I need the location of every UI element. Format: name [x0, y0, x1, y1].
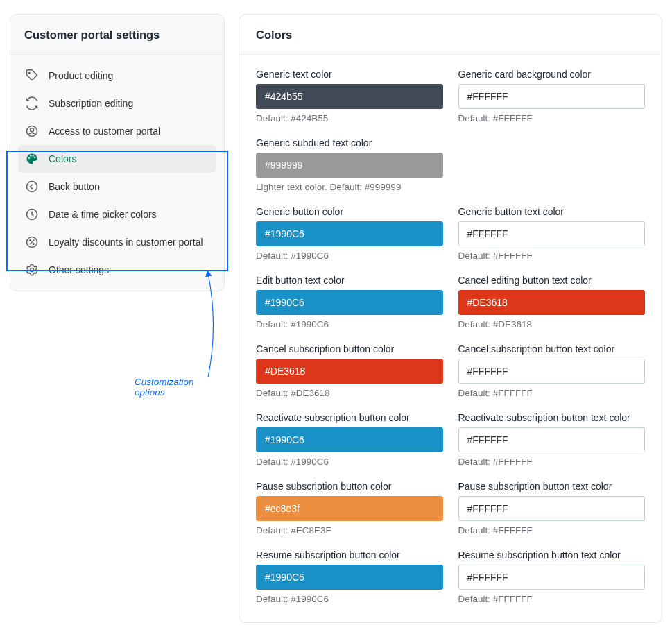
svg-point-2	[31, 128, 34, 132]
field-label: Cancel subscription button text color	[458, 343, 646, 355]
field-helper: Default: #1990C6	[256, 319, 443, 330]
field-label: Pause subscription button color	[256, 481, 443, 492]
field-helper: Default: #FFFFFF	[458, 525, 646, 536]
field-helper: Default: #FFFFFF	[458, 250, 646, 261]
field-helper: Default: #FFFFFF	[458, 113, 646, 123]
field-reactivate-sub-text: Reactivate subscription button text colo…	[458, 412, 646, 467]
sidebar-menu: Product editing Subscription editing Acc…	[10, 55, 224, 291]
sidebar-item-label: Back button	[49, 181, 100, 192]
sidebar: Customer portal settings Product editing…	[10, 14, 225, 291]
sidebar-item-colors[interactable]: Colors	[18, 145, 216, 173]
field-label: Reactivate subscription button color	[256, 412, 443, 423]
field-label: Generic button color	[256, 206, 443, 217]
tag-icon	[25, 69, 39, 83]
svg-point-7	[33, 244, 35, 245]
sidebar-item-label: Subscription editing	[49, 98, 133, 109]
svg-point-6	[30, 240, 31, 241]
field-generic-subdued: Generic subdued text color #999999 Light…	[256, 137, 443, 192]
field-label: Generic card background color	[458, 69, 646, 80]
sidebar-item-label: Product editing	[49, 70, 113, 81]
color-input[interactable]: #424b55	[256, 84, 443, 109]
field-label: Generic subdued text color	[256, 137, 443, 148]
field-helper: Default: #1990C6	[256, 250, 443, 261]
sidebar-item-label: Loyalty discounts in customer portal	[49, 237, 203, 248]
panel-body: Generic text color #424b55 Default: #424…	[239, 55, 662, 622]
field-label: Pause subscription button text color	[458, 481, 646, 492]
color-input[interactable]: #FFFFFF	[458, 427, 646, 452]
sidebar-item-back-button[interactable]: Back button	[18, 173, 216, 200]
sidebar-item-label: Access to customer portal	[49, 126, 160, 137]
annotation-label: Customization options	[135, 377, 224, 398]
field-label: Cancel editing button text color	[458, 275, 646, 286]
field-label: Cancel subscription button color	[256, 343, 443, 355]
field-helper: Default: #EC8E3F	[256, 525, 443, 536]
sidebar-item-other[interactable]: Other settings	[18, 256, 216, 284]
user-circle-icon	[25, 124, 39, 138]
color-input[interactable]: #ec8e3f	[256, 496, 443, 521]
sidebar-title: Customer portal settings	[10, 15, 224, 55]
field-cancel-sub-text: Cancel subscription button text color #F…	[458, 343, 646, 398]
palette-icon	[25, 152, 39, 166]
field-helper: Default: #FFFFFF	[458, 456, 646, 467]
color-input[interactable]: #FFFFFF	[458, 496, 646, 521]
colors-panel: Colors Generic text color #424b55 Defaul…	[239, 14, 662, 623]
field-generic-text: Generic text color #424b55 Default: #424…	[256, 69, 443, 123]
sidebar-item-label: Colors	[49, 153, 76, 164]
color-input[interactable]: #1990C6	[256, 290, 443, 315]
field-cancel-sub: Cancel subscription button color #DE3618…	[256, 343, 443, 398]
sidebar-item-date-time[interactable]: Date & time picker colors	[18, 200, 216, 228]
panel-title: Colors	[239, 15, 662, 55]
color-input[interactable]: #1990C6	[256, 221, 443, 246]
field-helper: Default: #1990C6	[256, 594, 443, 604]
field-pause-sub-text: Pause subscription button text color #FF…	[458, 481, 646, 536]
color-input[interactable]: #999999	[256, 153, 443, 178]
color-input[interactable]: #1990C6	[256, 565, 443, 590]
field-helper: Lighter text color. Default: #999999	[256, 182, 443, 192]
color-input[interactable]: #FFFFFF	[458, 565, 646, 590]
field-generic-card-bg: Generic card background color #FFFFFF De…	[458, 69, 646, 123]
field-label: Edit button text color	[256, 275, 443, 286]
field-helper: Default: #DE3618	[458, 319, 646, 330]
field-helper: Default: #424B55	[256, 113, 443, 123]
field-cancel-editing-text: Cancel editing button text color #DE3618…	[458, 275, 646, 330]
field-pause-sub: Pause subscription button color #ec8e3f …	[256, 481, 443, 536]
sidebar-item-label: Date & time picker colors	[49, 209, 157, 220]
field-reactivate-sub: Reactivate subscription button color #19…	[256, 412, 443, 467]
color-input[interactable]: #FFFFFF	[458, 221, 646, 246]
field-label: Resume subscription button text color	[458, 549, 646, 561]
svg-point-8	[31, 268, 34, 272]
field-edit-button-text: Edit button text color #1990C6 Default: …	[256, 275, 443, 330]
sidebar-item-label: Other settings	[49, 264, 109, 275]
field-helper: Default: #1990C6	[256, 456, 443, 467]
field-label: Generic text color	[256, 69, 443, 80]
field-label: Resume subscription button color	[256, 549, 443, 561]
color-input[interactable]: #DE3618	[458, 290, 646, 315]
percent-icon	[25, 235, 39, 249]
color-input[interactable]: #DE3618	[256, 359, 443, 384]
gear-icon	[25, 263, 39, 277]
field-label: Generic button text color	[458, 206, 646, 217]
back-arrow-icon	[25, 180, 39, 194]
sync-icon	[25, 96, 39, 110]
svg-point-0	[28, 72, 30, 74]
color-input[interactable]: #FFFFFF	[458, 84, 646, 109]
field-resume-sub: Resume subscription button color #1990C6…	[256, 549, 443, 604]
color-input[interactable]: #FFFFFF	[458, 359, 646, 384]
field-helper: Default: #FFFFFF	[458, 388, 646, 398]
sidebar-item-access-portal[interactable]: Access to customer portal	[18, 117, 216, 145]
sidebar-item-subscription-editing[interactable]: Subscription editing	[18, 89, 216, 117]
field-resume-sub-text: Resume subscription button text color #F…	[458, 549, 646, 604]
field-helper: Default: #DE3618	[256, 388, 443, 398]
field-generic-button-text: Generic button text color #FFFFFF Defaul…	[458, 206, 646, 261]
field-generic-button: Generic button color #1990C6 Default: #1…	[256, 206, 443, 261]
field-helper: Default: #FFFFFF	[458, 594, 646, 604]
field-label: Reactivate subscription button text colo…	[458, 412, 646, 423]
sidebar-item-product-editing[interactable]: Product editing	[18, 62, 216, 89]
sidebar-item-loyalty[interactable]: Loyalty discounts in customer portal	[18, 228, 216, 256]
svg-point-3	[27, 182, 37, 192]
clock-icon	[25, 207, 39, 221]
color-input[interactable]: #1990C6	[256, 427, 443, 452]
